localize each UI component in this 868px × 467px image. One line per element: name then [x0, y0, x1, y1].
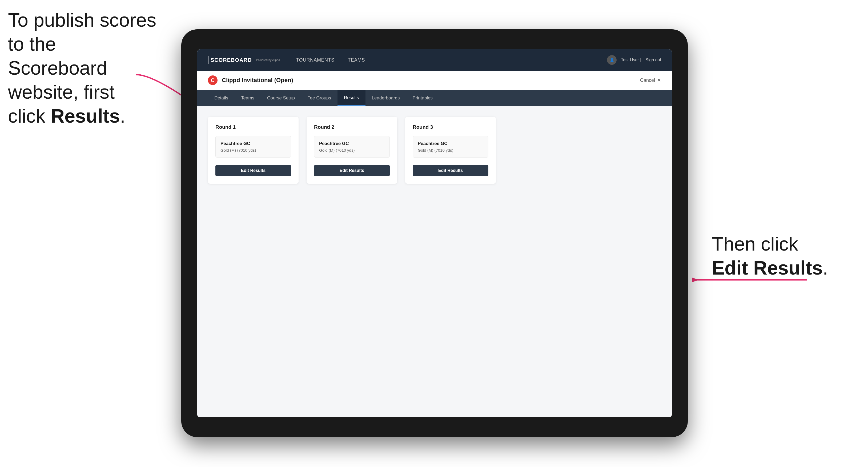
- round-1-edit-results-button[interactable]: Edit Results: [215, 165, 291, 176]
- instruction-right-suffix: .: [823, 257, 828, 279]
- tab-tee-groups[interactable]: Tee Groups: [301, 90, 338, 106]
- tab-bar: Details Teams Course Setup Tee Groups Re…: [197, 90, 672, 106]
- instruction-line4-suffix: .: [120, 105, 125, 127]
- tab-teams[interactable]: Teams: [235, 90, 261, 106]
- tournament-title: C Clippd Invitational (Open): [208, 75, 293, 85]
- top-nav: SCOREBOARD Powered by clippd TOURNAMENTS…: [197, 49, 672, 71]
- tournament-header: C Clippd Invitational (Open) Cancel ✕: [197, 71, 672, 90]
- cancel-label: Cancel: [640, 77, 655, 83]
- round-1-title: Round 1: [215, 124, 291, 130]
- instruction-results-bold: Results: [51, 105, 120, 127]
- nav-right: 👤 Test User | Sign out: [607, 55, 661, 65]
- cancel-icon: ✕: [657, 77, 661, 83]
- tab-leaderboards[interactable]: Leaderboards: [366, 90, 406, 106]
- round-3-edit-results-button[interactable]: Edit Results: [413, 165, 488, 176]
- tournament-name: Clippd Invitational (Open): [222, 77, 293, 84]
- tab-details[interactable]: Details: [208, 90, 235, 106]
- instruction-line4-prefix: click: [8, 105, 51, 127]
- round-1-course-card: Peachtree GC Gold (M) (7010 yds): [215, 136, 291, 158]
- instruction-left: To publish scores to the Scoreboard webs…: [8, 8, 157, 128]
- cancel-button[interactable]: Cancel ✕: [640, 77, 661, 83]
- round-1-course-name: Peachtree GC: [220, 141, 286, 146]
- main-content: Round 1 Peachtree GC Gold (M) (7010 yds)…: [197, 106, 672, 417]
- round-3-course-card: Peachtree GC Gold (M) (7010 yds): [413, 136, 488, 158]
- round-3-course-details: Gold (M) (7010 yds): [418, 148, 483, 153]
- user-avatar: 👤: [607, 55, 617, 65]
- tab-printables[interactable]: Printables: [406, 90, 439, 106]
- nav-links: TOURNAMENTS TEAMS: [296, 57, 607, 63]
- round-3-title: Round 3: [413, 124, 488, 130]
- round-3-course-name: Peachtree GC: [418, 141, 483, 146]
- sign-out-link[interactable]: Sign out: [645, 58, 661, 62]
- tab-results[interactable]: Results: [338, 90, 366, 106]
- logo-area: SCOREBOARD Powered by clippd: [208, 56, 280, 64]
- logo-sub: Powered by clippd: [256, 59, 280, 62]
- round-3-column: Round 3 Peachtree GC Gold (M) (7010 yds)…: [405, 117, 496, 184]
- tab-course-setup[interactable]: Course Setup: [261, 90, 301, 106]
- tablet-device: SCOREBOARD Powered by clippd TOURNAMENTS…: [181, 29, 688, 437]
- nav-teams[interactable]: TEAMS: [348, 57, 365, 63]
- tournament-icon: C: [208, 75, 218, 85]
- rounds-grid: Round 1 Peachtree GC Gold (M) (7010 yds)…: [208, 117, 661, 184]
- logo-box: SCOREBOARD: [208, 56, 254, 64]
- instruction-line1: To publish scores: [8, 9, 156, 31]
- user-label: Test User |: [621, 58, 641, 62]
- round-2-course-name: Peachtree GC: [319, 141, 385, 146]
- round-2-title: Round 2: [314, 124, 390, 130]
- instruction-edit-results-bold: Edit Results: [712, 257, 823, 279]
- instruction-right: Then click Edit Results.: [712, 232, 828, 280]
- round-2-edit-results-button[interactable]: Edit Results: [314, 165, 390, 176]
- round-1-column: Round 1 Peachtree GC Gold (M) (7010 yds)…: [208, 117, 299, 184]
- round-1-course-details: Gold (M) (7010 yds): [220, 148, 286, 153]
- instruction-right-line1: Then click: [712, 233, 798, 254]
- round-2-course-details: Gold (M) (7010 yds): [319, 148, 385, 153]
- tablet-screen: SCOREBOARD Powered by clippd TOURNAMENTS…: [197, 49, 672, 417]
- logo-text-main: SCOREBOARD: [211, 57, 252, 63]
- round-2-course-card: Peachtree GC Gold (M) (7010 yds): [314, 136, 390, 158]
- nav-tournaments[interactable]: TOURNAMENTS: [296, 57, 334, 63]
- round-2-column: Round 2 Peachtree GC Gold (M) (7010 yds)…: [307, 117, 397, 184]
- instruction-line3: website, first: [8, 81, 115, 103]
- instruction-line2: to the Scoreboard: [8, 33, 107, 79]
